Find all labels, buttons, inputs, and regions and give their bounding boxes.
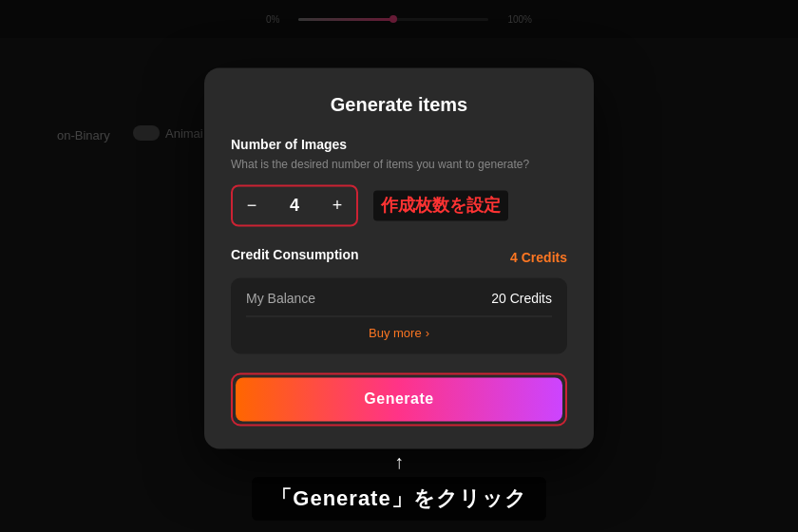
generate-btn-wrapper: Generate: [231, 372, 567, 426]
generate-items-modal: Generate items Number of Images What is …: [204, 67, 594, 448]
num-images-desc: What is the desired number of items you …: [231, 158, 567, 171]
balance-value: 20 Credits: [491, 291, 552, 306]
bottom-annotation-text: 「Generate」をクリック: [252, 477, 545, 521]
balance-row: My Balance 20 Credits: [246, 291, 552, 306]
credit-label: Credit Consumption: [231, 247, 359, 262]
image-count-input[interactable]: [271, 196, 318, 216]
credit-amount: 4 Credits: [510, 250, 567, 265]
buy-more-text: Buy more: [369, 326, 422, 340]
balance-label: My Balance: [246, 291, 315, 306]
stepper-container: − + 作成枚数を設定: [231, 184, 567, 226]
stepper-annotation: 作成枚数を設定: [373, 190, 508, 220]
generate-button[interactable]: Generate: [236, 377, 562, 421]
num-images-label: Number of Images: [231, 137, 567, 152]
bottom-annotation-area: ↑ 「Generate」をクリック: [0, 451, 798, 521]
up-arrow-icon: ↑: [394, 451, 404, 473]
modal-title: Generate items: [231, 94, 567, 116]
buy-more-arrow: ›: [426, 326, 429, 340]
credit-box: My Balance 20 Credits Buy more ›: [231, 277, 567, 353]
increase-button[interactable]: +: [318, 186, 356, 224]
stepper-box: − +: [231, 184, 358, 226]
buy-more-link[interactable]: Buy more ›: [369, 322, 429, 344]
buy-more-row: Buy more ›: [246, 315, 552, 344]
credit-header: Credit Consumption 4 Credits: [231, 247, 567, 268]
decrease-button[interactable]: −: [233, 186, 271, 224]
